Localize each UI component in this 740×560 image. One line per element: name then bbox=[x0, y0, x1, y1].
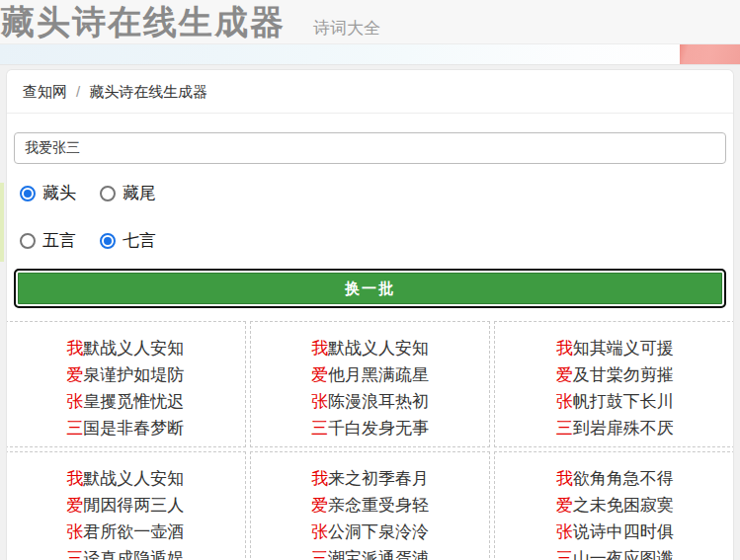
acrostic-head-char: 我 bbox=[66, 469, 83, 488]
poem-card: 我默战义人安知爱他月黑满疏星张陈漫浪耳热初三千白发身无事 bbox=[250, 321, 491, 447]
acrostic-head-char: 张 bbox=[556, 392, 573, 411]
poem-line: 三潮宝派通胥浦 bbox=[251, 545, 490, 560]
radio-option-藏尾[interactable]: 藏尾 bbox=[100, 182, 156, 204]
poem-line: 张陈漫浪耳热初 bbox=[251, 388, 490, 415]
acrostic-head-char: 我 bbox=[66, 339, 83, 358]
breadcrumb-site-link[interactable]: 查知网 bbox=[23, 83, 67, 100]
poem-line: 三千白发身无事 bbox=[251, 415, 490, 441]
acrostic-head-char: 张 bbox=[311, 392, 328, 411]
radio-label: 藏头 bbox=[42, 182, 76, 204]
poem-card: 我来之初季春月爱亲念重受身轻张公洞下泉泠泠三潮宝派通胥浦 bbox=[250, 451, 491, 560]
radio-label: 七言 bbox=[123, 229, 156, 252]
breadcrumb: 查知网/藏头诗在线生成器 bbox=[7, 70, 733, 108]
poem-line: 三山一夜应图谶 bbox=[495, 545, 734, 560]
acrostic-head-char: 我 bbox=[311, 469, 328, 488]
page-title: 藏头诗在线生成器 bbox=[1, 2, 286, 41]
poem-line: 我默战义人安知 bbox=[6, 465, 245, 492]
radio-label: 藏尾 bbox=[123, 182, 156, 204]
poem-line: 爱他月黑满疏星 bbox=[251, 361, 490, 388]
acrostic-head-char: 三 bbox=[311, 419, 328, 438]
radio-option-五言[interactable]: 五言 bbox=[20, 229, 76, 252]
poem-line: 爱閒因得两三人 bbox=[6, 492, 245, 519]
acrostic-head-char: 三 bbox=[556, 549, 573, 560]
acrostic-head-char: 张 bbox=[311, 522, 328, 541]
poem-grid: 我默战义人安知爱泉谨护如堤防张皇攫觅惟忧迟三国是非春梦断我默战义人安知爱他月黑满… bbox=[6, 321, 734, 560]
acrostic-head-char: 三 bbox=[66, 549, 83, 560]
acrostic-head-char: 三 bbox=[311, 549, 328, 560]
breadcrumb-current: 藏头诗在线生成器 bbox=[89, 83, 207, 100]
poem-line: 爱亲念重受身轻 bbox=[251, 492, 490, 519]
poem-line: 张公洞下泉泠泠 bbox=[251, 519, 490, 545]
acrostic-head-char: 三 bbox=[556, 419, 573, 438]
acrostic-head-char: 三 bbox=[66, 419, 83, 438]
radio-label: 五言 bbox=[42, 229, 76, 252]
acrostic-head-char: 我 bbox=[556, 339, 573, 358]
poem-line: 我默战义人安知 bbox=[6, 335, 245, 361]
acrostic-head-char: 爱 bbox=[66, 496, 83, 515]
radio-group-position: 藏头藏尾 bbox=[20, 182, 733, 204]
poem-line: 我来之初季春月 bbox=[251, 465, 490, 492]
poem-line: 三国是非春梦断 bbox=[6, 415, 245, 441]
divider bbox=[7, 113, 733, 114]
acrostic-head-char: 爱 bbox=[556, 365, 573, 384]
refresh-button[interactable]: 换一批 bbox=[14, 269, 726, 308]
poem-line: 爱及甘棠勿剪摧 bbox=[495, 361, 734, 388]
poem-line: 张皇攫觅惟忧迟 bbox=[6, 388, 245, 415]
poem-card: 我默战义人安知爱泉谨护如堤防张皇攫觅惟忧迟三国是非春梦断 bbox=[6, 321, 246, 447]
acrostic-head-char: 爱 bbox=[311, 365, 328, 384]
acrostic-head-char: 我 bbox=[556, 469, 573, 488]
poem-line: 三到岩扉殊不厌 bbox=[495, 415, 734, 441]
poem-line: 我默战义人安知 bbox=[251, 335, 490, 361]
breadcrumb-separator: / bbox=[76, 83, 80, 100]
acrostic-head-char: 张 bbox=[66, 392, 83, 411]
content-card: 查知网/藏头诗在线生成器 藏头藏尾 五言七言 换一批 我默战义人安知爱泉谨护如堤… bbox=[6, 69, 734, 560]
poem-line: 爱之未免困寂寞 bbox=[495, 492, 734, 519]
poem-line: 我知其端义可援 bbox=[495, 335, 734, 361]
radio-selected-icon[interactable] bbox=[100, 233, 116, 249]
radio-option-七言[interactable]: 七言 bbox=[100, 229, 156, 252]
poem-line: 我欲角角急不得 bbox=[495, 465, 734, 492]
page-subtitle: 诗词大全 bbox=[313, 17, 380, 40]
radio-selected-icon[interactable] bbox=[20, 186, 36, 201]
poem-line: 张帆打鼓下长川 bbox=[495, 388, 734, 415]
acrostic-head-char: 我 bbox=[311, 339, 328, 358]
poem-line: 张说诗中四时俱 bbox=[495, 519, 734, 545]
poem-line: 三迳真成隐遁娱 bbox=[6, 545, 245, 560]
poem-card: 我知其端义可援爱及甘棠勿剪摧张帆打鼓下长川三到岩扉殊不厌 bbox=[494, 321, 734, 447]
acrostic-head-char: 爱 bbox=[66, 365, 83, 384]
acrostic-head-char: 爱 bbox=[556, 496, 573, 515]
radio-option-藏头[interactable]: 藏头 bbox=[20, 182, 76, 204]
name-input[interactable] bbox=[14, 132, 726, 164]
poem-card: 我默战义人安知爱閒因得两三人张君所欲一壶酒三迳真成隐遁娱 bbox=[6, 451, 246, 560]
radio-group-length: 五言七言 bbox=[20, 229, 733, 252]
poem-card: 我欲角角急不得爱之未免困寂寞张说诗中四时俱三山一夜应图谶 bbox=[494, 451, 734, 560]
poem-line: 爱泉谨护如堤防 bbox=[6, 361, 245, 388]
acrostic-head-char: 张 bbox=[66, 522, 83, 541]
page-header: 藏头诗在线生成器 诗词大全 bbox=[0, 0, 740, 43]
poem-line: 张君所欲一壶酒 bbox=[6, 519, 245, 545]
left-decor-strip bbox=[0, 183, 4, 262]
radio-unselected-icon[interactable] bbox=[100, 186, 116, 201]
acrostic-head-char: 张 bbox=[556, 522, 573, 541]
radio-unselected-icon[interactable] bbox=[20, 233, 36, 249]
acrostic-head-char: 爱 bbox=[311, 496, 328, 515]
banner-pink-block bbox=[680, 44, 740, 64]
decorative-banner bbox=[0, 43, 740, 65]
